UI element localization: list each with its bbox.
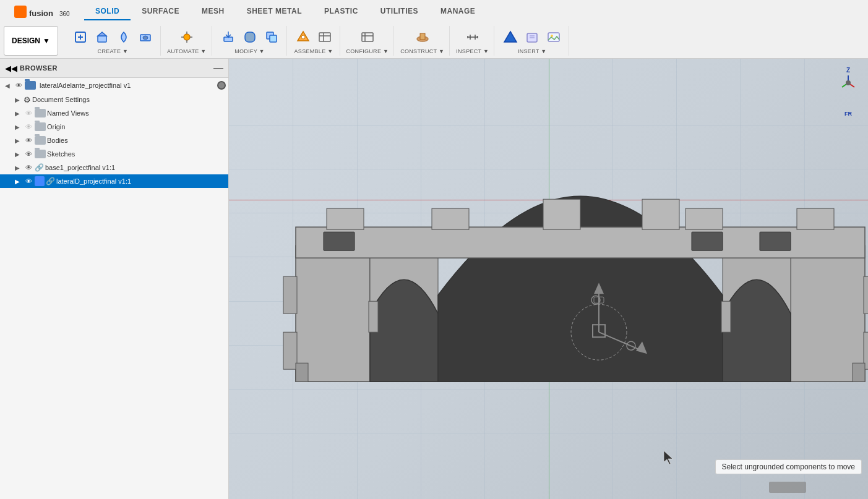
viewport[interactable]: Z FR Select ungrounded components to mov… bbox=[229, 59, 868, 499]
modify-fillet-icon[interactable] bbox=[240, 27, 260, 47]
svg-rect-45 bbox=[864, 276, 868, 313]
fr-label: FR bbox=[844, 111, 852, 117]
eye-named-views[interactable]: 👁 bbox=[24, 108, 33, 118]
design-chevron: ▼ bbox=[43, 36, 50, 45]
create-icons bbox=[71, 27, 155, 47]
modify-press-pull-icon[interactable] bbox=[218, 27, 238, 47]
design-button[interactable]: DESIGN ▼ bbox=[4, 26, 58, 56]
inspect-measure-icon[interactable] bbox=[463, 27, 483, 47]
tab-plastic[interactable]: PLASTIC bbox=[313, 3, 369, 20]
svg-rect-0 bbox=[14, 6, 27, 18]
browser-close-btn[interactable]: — bbox=[213, 62, 223, 74]
automate-label: AUTOMATE ▼ bbox=[167, 48, 207, 54]
eye-base1[interactable]: 👁 bbox=[24, 163, 33, 173]
construct-icons bbox=[413, 27, 432, 47]
expand-root[interactable]: ◀ bbox=[2, 80, 12, 90]
browser-item-origin[interactable]: ▶ 👁 Origin bbox=[0, 120, 228, 134]
automate-icons bbox=[177, 27, 197, 47]
eye-bodies[interactable]: 👁 bbox=[24, 135, 33, 145]
toolbar-top-row: fusion 360 SOLID SURFACE MESH SHEET META… bbox=[0, 0, 868, 23]
named-views-folder-icon bbox=[35, 109, 46, 117]
browser-item-doc-settings[interactable]: ▶ ⚙ Document Settings bbox=[0, 93, 228, 106]
tab-surface[interactable]: SURFACE bbox=[131, 3, 191, 20]
gear-icon-doc: ⚙ bbox=[24, 95, 31, 104]
svg-rect-51 bbox=[432, 208, 469, 229]
expand-origin[interactable]: ▶ bbox=[12, 122, 22, 132]
bodies-folder-icon bbox=[35, 136, 46, 145]
3d-model[interactable] bbox=[277, 122, 868, 471]
tab-mesh[interactable]: MESH bbox=[191, 3, 236, 20]
tab-manage[interactable]: MANAGE bbox=[429, 3, 486, 20]
eye-root[interactable]: 👁 bbox=[14, 80, 24, 90]
eye-sketches[interactable]: 👁 bbox=[24, 149, 33, 159]
svg-point-10 bbox=[184, 34, 190, 40]
status-text: Select ungrounded components to move bbox=[722, 463, 855, 471]
svg-rect-28 bbox=[420, 33, 425, 40]
svg-marker-76 bbox=[664, 451, 672, 464]
browser-collapse-btn[interactable]: ◀◀ bbox=[5, 64, 17, 73]
expand-bodies[interactable]: ▶ bbox=[12, 135, 22, 145]
svg-text:360: 360 bbox=[59, 11, 70, 17]
z-axis-label: Z bbox=[846, 67, 850, 74]
modify-label: MODIFY ▼ bbox=[234, 48, 265, 54]
sketches-label: Sketches bbox=[47, 150, 226, 158]
expand-laterald[interactable]: ▶ bbox=[12, 176, 22, 186]
svg-rect-55 bbox=[797, 208, 834, 229]
configure-group: CONFIGURE ▼ bbox=[342, 26, 395, 56]
svg-rect-57 bbox=[692, 232, 723, 250]
svg-rect-44 bbox=[791, 245, 865, 382]
svg-rect-42 bbox=[283, 276, 297, 313]
create-revolve-icon[interactable] bbox=[114, 27, 134, 47]
create-extrude-icon[interactable] bbox=[92, 27, 112, 47]
modify-combine-icon[interactable] bbox=[262, 27, 281, 47]
svg-rect-53 bbox=[642, 199, 679, 229]
insert-image-icon[interactable] bbox=[544, 27, 564, 47]
expand-named-views[interactable]: ▶ bbox=[12, 108, 22, 118]
browser-item-base1[interactable]: ▶ 👁 🔗 base1_porjectfinal v1:1 bbox=[0, 161, 228, 174]
eye-origin[interactable]: 👁 bbox=[24, 122, 33, 132]
automate-icon[interactable] bbox=[177, 27, 197, 47]
toolbar: fusion 360 SOLID SURFACE MESH SHEET META… bbox=[0, 0, 868, 59]
configure-icon[interactable] bbox=[358, 27, 377, 47]
create-hole-icon[interactable] bbox=[135, 27, 155, 47]
sketches-folder-icon bbox=[35, 150, 46, 158]
svg-rect-6 bbox=[98, 36, 106, 42]
create-new-icon[interactable] bbox=[71, 27, 90, 47]
tab-sheet-metal[interactable]: SHEET METAL bbox=[236, 3, 313, 20]
inspect-icons bbox=[463, 27, 483, 47]
browser-item-named-views[interactable]: ▶ 👁 Named Views bbox=[0, 106, 228, 120]
browser-item-bodies[interactable]: ▶ 👁 Bodies bbox=[0, 134, 228, 147]
assemble-table-icon[interactable] bbox=[315, 27, 335, 47]
browser-item-laterald[interactable]: ▶ 👁 🔗 lateralD_projectfinal v1:1 bbox=[0, 174, 228, 188]
assemble-group: ASSEMBLE ▼ bbox=[288, 26, 340, 56]
svg-rect-60 bbox=[853, 363, 865, 382]
insert-group: INSERT ▼ bbox=[496, 26, 569, 56]
expand-sketches[interactable]: ▶ bbox=[12, 149, 22, 159]
insert-decal-icon[interactable] bbox=[501, 27, 520, 47]
tab-utilities[interactable]: UTILITIES bbox=[369, 3, 429, 20]
eye-laterald[interactable]: 👁 bbox=[24, 176, 33, 186]
logo-area: fusion 360 bbox=[4, 0, 84, 23]
assemble-label: ASSEMBLE ▼ bbox=[294, 48, 333, 54]
tab-solid[interactable]: SOLID bbox=[84, 3, 131, 20]
browser-item-root[interactable]: ◀ 👁 lateralAdelante_projectfinal v1 bbox=[0, 78, 228, 93]
insert-mcmaster-icon[interactable] bbox=[522, 27, 542, 47]
svg-marker-34 bbox=[504, 32, 517, 42]
svg-rect-18 bbox=[270, 35, 277, 42]
construct-plane-icon[interactable] bbox=[413, 27, 432, 47]
svg-point-9 bbox=[143, 36, 148, 40]
toolbar-tabs: SOLID SURFACE MESH SHEET METAL PLASTIC U… bbox=[84, 3, 864, 20]
svg-rect-50 bbox=[327, 208, 364, 229]
browser-panel: ◀◀ BROWSER — ◀ 👁 lateralAdelante_project… bbox=[0, 59, 229, 499]
browser-item-sketches[interactable]: ▶ 👁 Sketches bbox=[0, 147, 228, 161]
svg-rect-56 bbox=[324, 232, 355, 250]
svg-rect-58 bbox=[760, 232, 791, 250]
modify-icons bbox=[218, 27, 281, 47]
browser-title: BROWSER bbox=[20, 64, 58, 72]
expand-doc-settings[interactable]: ▶ bbox=[12, 95, 22, 104]
assemble-joint-icon[interactable] bbox=[293, 27, 313, 47]
expand-base1[interactable]: ▶ bbox=[12, 163, 22, 173]
toolbar-buttons-row: DESIGN ▼ bbox=[0, 23, 868, 58]
svg-rect-16 bbox=[245, 32, 255, 42]
svg-point-75 bbox=[846, 80, 851, 85]
